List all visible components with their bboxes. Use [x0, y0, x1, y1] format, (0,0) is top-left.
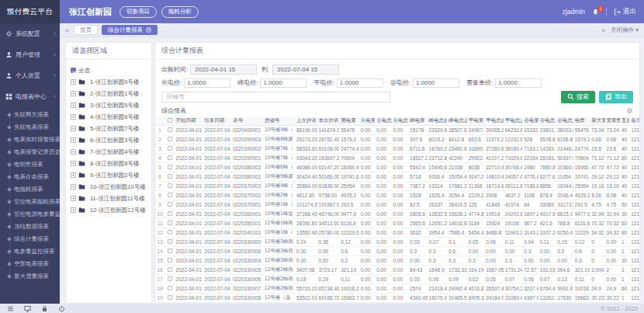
room-number-input[interactable]	[161, 92, 390, 103]
table-row[interactable]: 192022-04-012022-07-04022033000812号楼（温53…	[155, 293, 639, 302]
checkbox[interactable]	[168, 183, 172, 188]
checkbox[interactable]	[168, 221, 172, 225]
expand-tabs-icon[interactable]: »	[601, 26, 605, 34]
row-checkbox-cell[interactable]	[164, 134, 174, 144]
monitor-icon[interactable]	[24, 305, 31, 312]
expand-plus-icon[interactable]: +	[71, 114, 76, 120]
expand-plus-icon[interactable]: +	[71, 137, 76, 143]
sidebar-subitem-管控电表能耗报表[interactable]: 管控电表能耗报表	[0, 196, 60, 208]
checkbox[interactable]	[168, 211, 172, 216]
table-row[interactable]: 22022-04-012022-07-04022039000310号楼8梯露25…	[155, 134, 639, 144]
expand-plus-icon[interactable]: +	[71, 149, 76, 155]
switch-project-button[interactable]: 切换项目	[119, 6, 157, 18]
sidebar-item-系统配置[interactable]: 系统配置‹	[0, 23, 60, 44]
sidebar-subitem-电表存余报表[interactable]: 电表存余报表	[0, 171, 60, 183]
table-row[interactable]: 182022-04-012022-07-04022033000712号楼2梯商5…	[155, 283, 639, 293]
table-row[interactable]: 32022-04-012022-07-04022039000210号楼7梯（58…	[155, 144, 639, 153]
tab-首页[interactable]: 首页	[74, 25, 98, 35]
checkbox[interactable]	[168, 258, 172, 263]
table-row[interactable]: 172022-04-012022-07-04022033000612号楼2梯商0…	[155, 274, 639, 283]
checkbox[interactable]	[168, 202, 172, 207]
row-checkbox-cell[interactable]	[164, 181, 174, 190]
sidebar-subitem-管控电源电参量监控[interactable]: 管控电源电参量监控	[0, 208, 60, 221]
price-input-3[interactable]	[413, 78, 459, 88]
table-row[interactable]: 152022-04-012022-07-04022033000412号楼3梯商0…	[155, 256, 639, 265]
sidebar-item-用户管理[interactable]: 用户管理‹	[0, 44, 60, 65]
checkbox[interactable]	[168, 118, 172, 123]
power-icon[interactable]	[58, 305, 65, 312]
expand-plus-icon[interactable]: +	[71, 126, 76, 131]
sidebar-subitem-失联网关报表[interactable]: 失联网关报表	[0, 109, 60, 121]
table-row[interactable]: 102022-04-012022-07-04022036000110号楼1梯屋3…	[155, 209, 639, 218]
tree-item[interactable]: +9-张江创新园2号楼	[71, 169, 147, 181]
price-input-4[interactable]	[495, 78, 542, 88]
table-row[interactable]: 82022-04-012022-07-04022037000210号楼2梯（48…	[155, 190, 639, 200]
expand-plus-icon[interactable]: +	[71, 207, 76, 213]
table-row[interactable]: 12022-04-012022-07-04022040000110号楼9梯（86…	[155, 125, 639, 134]
checkbox[interactable]	[168, 267, 172, 272]
tree-item[interactable]: +4-张江创新园6号楼	[71, 111, 147, 123]
export-button[interactable]: 导出	[599, 91, 633, 103]
sidebar-subitem-冻结数据报表[interactable]: 冻结数据报表	[0, 221, 60, 233]
row-checkbox-cell[interactable]	[164, 200, 174, 209]
tree-item[interactable]: +8-张江创新园8号楼	[71, 158, 147, 169]
tree-select-all[interactable]: 全选	[71, 64, 147, 76]
price-input-2[interactable]	[337, 78, 383, 88]
checkbox[interactable]	[168, 174, 172, 179]
table-row[interactable]: 42022-04-012022-07-04022039000110号楼7梯（93…	[155, 153, 639, 162]
sidebar-subitem-电能耗报表[interactable]: 电能耗报表	[0, 183, 60, 196]
checkbox[interactable]	[168, 193, 172, 197]
row-checkbox-cell[interactable]	[164, 172, 174, 181]
tree-item[interactable]: +3-张江创新园5号楼	[71, 99, 147, 111]
expand-plus-icon[interactable]: +	[71, 184, 76, 190]
tree-item[interactable]: +2-张江创新园1号楼	[71, 88, 147, 99]
sidebar-item-个人设置[interactable]: 个人设置‹	[0, 65, 60, 86]
search-button[interactable]: 搜索	[561, 91, 595, 103]
checkbox[interactable]	[168, 137, 172, 141]
row-checkbox-cell[interactable]	[164, 246, 174, 256]
sidebar-subitem-失联电表报表[interactable]: 失联电表报表	[0, 121, 60, 134]
table-row[interactable]: 162022-04-012022-07-04022033000512号楼2梯商3…	[155, 265, 639, 274]
select-all-rows-checkbox[interactable]	[164, 117, 174, 125]
row-checkbox-cell[interactable]	[164, 190, 174, 200]
row-checkbox-cell[interactable]	[164, 265, 174, 274]
close-actions-dropdown[interactable]: 关闭操作 ▾	[611, 26, 639, 34]
row-checkbox-cell[interactable]	[164, 209, 174, 218]
row-checkbox-cell[interactable]	[164, 162, 174, 172]
menu-icon[interactable]	[7, 305, 14, 312]
sidebar-item-电报表中心[interactable]: 电报表中心‹	[0, 86, 60, 107]
expand-plus-icon[interactable]: +	[71, 172, 76, 178]
checkbox[interactable]	[168, 239, 172, 244]
row-checkbox-cell[interactable]	[164, 125, 174, 134]
row-checkbox-cell[interactable]	[164, 302, 174, 303]
bell-icon[interactable]: 1	[592, 9, 599, 16]
price-input-1[interactable]	[260, 78, 306, 88]
table-row[interactable]: 112022-04-012022-07-04022035010112号楼1梯商2…	[155, 218, 639, 228]
tree-item[interactable]: +6-张江创新园3号楼	[71, 134, 147, 146]
table-row[interactable]: 132022-04-012022-07-04022033000012号楼3梯商0…	[155, 237, 639, 246]
lock-icon[interactable]	[41, 305, 48, 312]
sidebar-subitem-空置电表报表[interactable]: 空置电表报表	[0, 258, 60, 270]
tree-item[interactable]: +11-张江创新园11号楼	[71, 193, 147, 204]
expand-plus-icon[interactable]: +	[71, 91, 76, 96]
tree-item[interactable]: +10-张江创新园10号楼	[71, 181, 147, 193]
sidebar-subitem-电表报警记录历史报表[interactable]: 电表报警记录历史报表	[0, 146, 60, 158]
checkbox[interactable]	[168, 230, 172, 235]
table-row[interactable]: 62022-04-012022-07-04022038000110号楼5梯露30…	[155, 172, 639, 181]
close-tab-icon[interactable]: ×	[146, 27, 151, 33]
table-row[interactable]: 72022-04-012022-07-04022037000310号楼4梯（35…	[155, 181, 639, 190]
table-row[interactable]: 142022-04-012022-07-04022033000612号楼3梯商0…	[155, 246, 639, 256]
checkbox[interactable]	[168, 127, 172, 132]
table-row[interactable]: 52022-04-012022-07-04022038000210号楼6梯（46…	[155, 162, 639, 172]
table-row[interactable]: 92022-04-012022-07-04022037000110号楼1梯（10…	[155, 200, 639, 209]
checkbox-checked[interactable]	[71, 68, 76, 73]
energy-analysis-button[interactable]: 能耗分析	[161, 6, 199, 18]
table-row[interactable]: 122022-04-012022-07-04022034010110号楼1梯（1…	[155, 228, 639, 237]
date-to-picker[interactable]: 2022-07-04 15	[272, 64, 339, 75]
sidebar-subitem-电销售报表[interactable]: 电销售报表	[0, 158, 60, 171]
collapse-tabs-icon[interactable]: «	[65, 26, 69, 34]
tree-item[interactable]: +12-张江创新园12号楼	[71, 204, 147, 216]
checkbox[interactable]	[168, 276, 172, 281]
tree-item[interactable]: +5-张江创新园7号楼	[71, 123, 147, 134]
row-checkbox-cell[interactable]	[164, 283, 174, 293]
